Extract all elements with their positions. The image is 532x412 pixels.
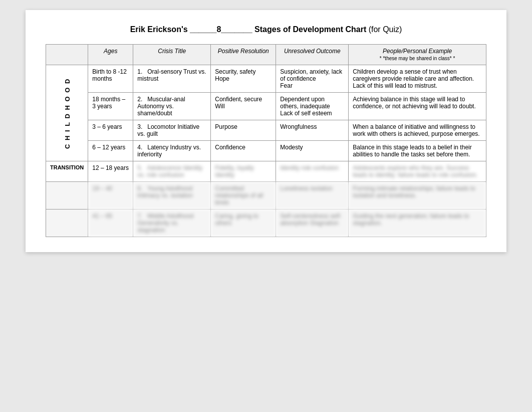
people-cell: Forming intimate relationships; failure …	[349, 182, 486, 210]
development-chart: Ages Crisis Title Positive Resolution Un…	[46, 44, 486, 237]
unresolved-cell: Suspicion, anxiety, lack of confidenceFe…	[276, 65, 349, 93]
age-cell: Birth to 8 -12 months	[88, 65, 133, 93]
section-label-childhood: C H I L D H O O D	[46, 65, 88, 161]
age-cell: 3 – 6 years	[88, 120, 133, 141]
positive-cell: Caring, giving to others	[211, 210, 276, 237]
age-cell: 6 – 12 years	[88, 141, 133, 161]
table-row: TRANSITION 12 – 18 years 5. Adolescence …	[46, 161, 486, 182]
positive-cell: Confidence	[211, 141, 276, 161]
crisis-cell: 6. Young Adulthood Intimacy vs. isolatio…	[133, 182, 211, 210]
unresolved-cell: Identity role confusion	[276, 161, 349, 182]
age-cell: 12 – 18 years	[88, 161, 133, 182]
age-cell: 41 – 65	[88, 210, 133, 237]
positive-cell: Confident, secureWill	[211, 93, 276, 120]
people-cell: Adolescents explore who they are. Succes…	[349, 161, 486, 182]
table-row: 6 – 12 years 4. Latency Industry vs. inf…	[46, 141, 486, 161]
table-row: 3 – 6 years 3. Locomotor Initiative vs. …	[46, 120, 486, 141]
age-cell: 18 months – 3 years	[88, 93, 133, 120]
people-cell: Children develop a sense of trust when c…	[349, 65, 486, 93]
page: Erik Erickson's ______8_______ Stages of…	[26, 10, 506, 252]
col-header-people: People/Personal Example* *these may be s…	[349, 45, 486, 65]
col-header-ages: Ages	[88, 45, 133, 65]
crisis-cell: 2. Muscular-anal Autonomy vs. shame/doub…	[133, 93, 211, 120]
crisis-cell: 4. Latency Industry vs. inferiority	[133, 141, 211, 161]
table-row: 19 – 40 6. Young Adulthood Intimacy vs. …	[46, 182, 486, 210]
crisis-cell: 5. Adolescence Identity vs. role confusi…	[133, 161, 211, 182]
age-cell: 19 – 40	[88, 182, 133, 210]
section-label-empty	[46, 210, 88, 237]
unresolved-cell: Wrongfulness	[276, 120, 349, 141]
unresolved-cell: Self-centeredness self-absorption Stagna…	[276, 210, 349, 237]
people-cell: Achieving balance in this stage will lea…	[349, 93, 486, 120]
crisis-cell: 7. Middle Adulthood Generativity vs. sta…	[133, 210, 211, 237]
crisis-cell: 1. Oral-sensory Trust vs. mistrust	[133, 65, 211, 93]
col-header-crisis: Crisis Title	[133, 45, 211, 65]
positive-cell: Purpose	[211, 120, 276, 141]
col-header-unresolved: Unresolved Outcome	[276, 45, 349, 65]
unresolved-cell: Dependent upon others, inadequateLack of…	[276, 93, 349, 120]
positive-cell: Security, safetyHope	[211, 65, 276, 93]
title-main: Erik Erickson's ______8_______ Stages of…	[130, 25, 367, 34]
people-cell: Balance in this stage leads to a belief …	[349, 141, 486, 161]
title-subtitle: (for Quiz)	[369, 25, 402, 34]
positive-cell: Fidelity, loyalty Identity	[211, 161, 276, 182]
col-header-positive: Positive Resolution	[211, 45, 276, 65]
unresolved-cell: Loneliness isolation	[276, 182, 349, 210]
section-label-empty	[46, 182, 88, 210]
people-cell: When a balance of initiative and willing…	[349, 120, 486, 141]
table-row: 18 months – 3 years 2. Muscular-anal Aut…	[46, 93, 486, 120]
people-cell: Guiding the next generation; failure lea…	[349, 210, 486, 237]
page-title: Erik Erickson's ______8_______ Stages of…	[46, 25, 486, 34]
section-label-transition: TRANSITION	[46, 161, 88, 182]
unresolved-cell: Modesty	[276, 141, 349, 161]
table-row: 41 – 65 7. Middle Adulthood Generativity…	[46, 210, 486, 237]
table-row: C H I L D H O O D Birth to 8 -12 months …	[46, 65, 486, 93]
crisis-cell: 3. Locomotor Initiative vs. guilt	[133, 120, 211, 141]
col-header-section	[46, 45, 88, 65]
positive-cell: Committed relationships of all kinds	[211, 182, 276, 210]
